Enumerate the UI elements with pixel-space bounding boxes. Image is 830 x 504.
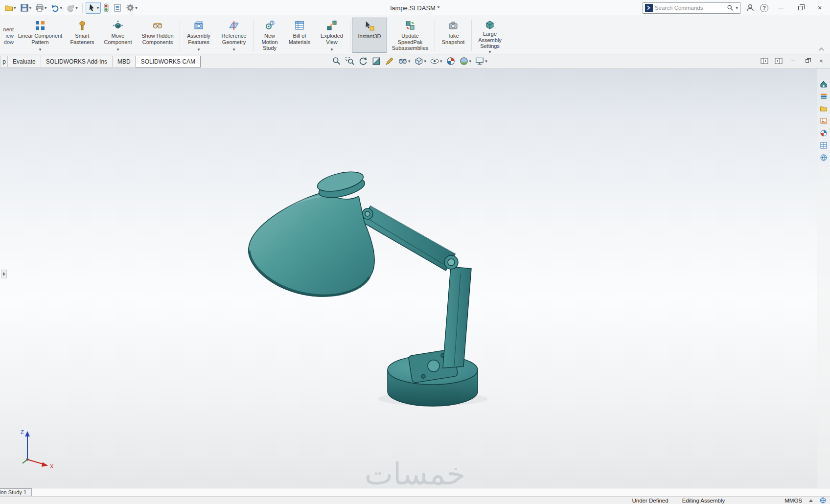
dropdown-arrow-icon [489, 49, 491, 55]
undo-button[interactable] [49, 2, 64, 13]
ribbon-button-new-motion-study[interactable]: New Motion Study [255, 18, 284, 53]
zoom-to-area-button[interactable] [344, 56, 356, 67]
custom-properties-button[interactable] [819, 141, 829, 150]
units-selector[interactable]: MMGS [784, 498, 802, 504]
minimize-button[interactable] [773, 2, 788, 14]
ribbon-button-reference-geometry[interactable]: Reference Geometry [216, 18, 252, 53]
ribbon-button-label: Show Hidden Components [140, 33, 175, 45]
edit-appearance-button[interactable] [445, 56, 457, 67]
zoom-to-fit-icon [332, 56, 342, 66]
file-explorer-button[interactable] [819, 104, 829, 113]
user-account-button[interactable] [745, 3, 755, 13]
restore-button[interactable] [793, 2, 807, 14]
clipped-ribbon-buttons: nent iew dow [0, 18, 15, 53]
window-pane-right-button[interactable] [774, 56, 784, 65]
dynamic-annotation-views-button[interactable] [384, 56, 395, 67]
view-settings-button[interactable] [474, 56, 488, 67]
constraint-status: Under Defined [632, 498, 668, 504]
motion-study-tab[interactable]: ion Study 1 [0, 488, 32, 496]
print-button[interactable] [34, 2, 48, 13]
clipped-tab[interactable]: p [0, 56, 8, 68]
zoom-to-area-icon [345, 56, 355, 66]
gear-icon [126, 3, 135, 12]
exploded-view-icon [326, 19, 337, 32]
dropdown-arrow-icon [440, 59, 442, 64]
dropdown-arrow-icon [60, 5, 63, 10]
featuremanager-flyout-arrow[interactable] [1, 270, 7, 278]
open-button[interactable] [3, 2, 18, 13]
view-palette-button[interactable] [819, 116, 829, 125]
edit-mode-status: Editing Assembly [682, 498, 725, 504]
help-button[interactable]: ? [760, 4, 768, 12]
tab-mbd[interactable]: MBD [112, 56, 136, 68]
home-tab-button[interactable] [819, 80, 829, 89]
ribbon-button-smart-fasteners[interactable]: Smart Fasteners [66, 18, 99, 53]
rebuild-button[interactable] [102, 2, 111, 13]
close-button[interactable]: × [812, 2, 827, 14]
document-close-button[interactable]: × [816, 56, 826, 65]
statusbar-expand-icon[interactable] [809, 499, 813, 502]
window-pane-left-button[interactable] [760, 56, 769, 65]
collapse-ribbon-button[interactable] [819, 48, 824, 51]
toolbar-separator [82, 3, 83, 13]
ribbon-button-exploded-view[interactable]: Exploded View [315, 18, 348, 53]
ribbon-button-label: Move Component [102, 33, 134, 45]
dropdown-arrow-icon [117, 47, 119, 52]
ribbon-button-large-assembly-settings[interactable]: Large Assembly Settings [473, 18, 507, 53]
previous-view-button[interactable] [357, 56, 369, 67]
select-tool-button[interactable] [86, 2, 101, 14]
search-commands-box[interactable] [643, 2, 740, 14]
display-style-button[interactable] [413, 56, 428, 67]
view-orientation-button[interactable] [429, 56, 443, 67]
ribbon-button-label: Instant3D [355, 33, 384, 40]
solidworks-resources-button[interactable] [819, 153, 829, 162]
task-pane-strip [817, 69, 830, 488]
design-library-button[interactable] [819, 92, 829, 101]
ribbon-button-instant3d[interactable]: Instant3D [352, 18, 387, 53]
tab-solidworks-cam[interactable]: SOLIDWORKS CAM [136, 56, 201, 68]
options-button[interactable] [124, 2, 139, 13]
status-bar: Under Defined Editing Assembly MMGS [0, 496, 830, 504]
titlebar-right-controls: ? × [643, 2, 827, 14]
file-properties-button[interactable] [112, 2, 123, 13]
minimize-icon [778, 8, 784, 8]
document-minimize-button[interactable] [788, 56, 798, 65]
apply-scene-button[interactable] [458, 56, 473, 67]
ribbon-button-assembly-features[interactable]: Assembly Features [182, 18, 216, 53]
ribbon-button-move-component[interactable]: Move Component [99, 18, 137, 53]
graphics-area[interactable]: Z X خمسات [0, 69, 830, 488]
watermark-text: خمسات [365, 456, 466, 488]
section-view-button[interactable] [370, 56, 382, 67]
hide-show-items-button[interactable] [397, 56, 412, 67]
file-properties-icon [113, 3, 122, 12]
lamp-assembly-model[interactable] [0, 69, 830, 488]
zoom-to-fit-button[interactable] [331, 56, 343, 67]
ribbon-button-show-hidden-components[interactable]: Show Hidden Components [137, 18, 178, 53]
save-button[interactable] [19, 2, 33, 13]
assembly-features-icon [193, 19, 204, 32]
ribbon-button-bill-of-materials[interactable]: Bill of Materials [284, 18, 315, 53]
connection-status-icon[interactable] [820, 497, 826, 504]
section-view-icon [371, 56, 381, 66]
clipped-label-fragment: dow [4, 39, 14, 46]
ribbon-button-label: Linear Component Pattern [18, 33, 63, 45]
appearances-scenes-button[interactable] [819, 129, 829, 137]
ribbon-button-linear-component-pattern[interactable]: Linear Component Pattern [15, 18, 66, 53]
globe-icon [820, 154, 828, 161]
solidworks-search-logo-icon [645, 4, 653, 12]
search-scope-dropdown-icon[interactable] [736, 5, 738, 10]
view-palette-icon [820, 117, 828, 125]
search-commands-input[interactable] [655, 5, 725, 11]
tab-evaluate[interactable]: Evaluate [7, 56, 41, 68]
clipped-label-fragment: iew [5, 33, 14, 39]
dropdown-arrow-icon [14, 5, 16, 10]
search-icon[interactable] [727, 4, 734, 11]
redo-button[interactable] [65, 2, 79, 13]
print-icon [35, 3, 44, 12]
ribbon-button-update-speedpak-subassemblies[interactable]: Update SpeedPak Subassemblies [387, 18, 433, 53]
tab-solidworks-add-ins[interactable]: SOLIDWORKS Add-Ins [41, 56, 113, 68]
titlebar: lampe.SLDASM * ? × [0, 0, 830, 16]
scene-sphere-icon [459, 56, 469, 66]
document-restore-button[interactable] [802, 56, 812, 65]
ribbon-button-take-snapshot[interactable]: Take Snapshot [437, 18, 470, 53]
